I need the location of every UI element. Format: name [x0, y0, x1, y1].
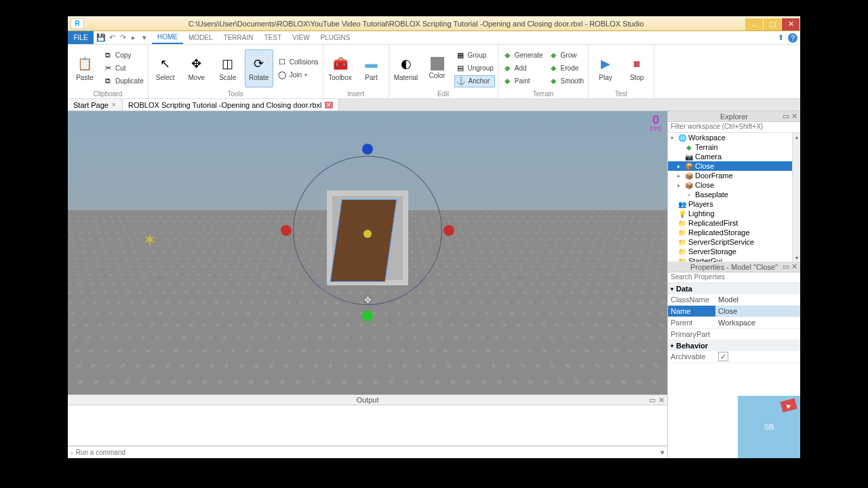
minimize-button[interactable]: –	[745, 18, 763, 30]
cut-button[interactable]: ✂Cut	[102, 62, 145, 75]
rotate-button[interactable]: ⟳Rotate	[245, 49, 273, 87]
scale-button[interactable]: ◫Scale	[214, 49, 242, 87]
category-behavior[interactable]: ▾Behavior	[668, 340, 800, 351]
rotate-gizmo[interactable]	[279, 142, 456, 319]
material-icon: ◐	[397, 55, 415, 73]
tree-item-replicatedstorage[interactable]: 📁ReplicatedStorage	[668, 228, 800, 237]
close-panel-icon[interactable]: ✕	[791, 112, 797, 121]
generate-button[interactable]: ◆Generate	[501, 49, 545, 62]
tab-start-page[interactable]: Start Page✕	[68, 99, 123, 110]
tab-terrain[interactable]: TERRAIN	[218, 31, 259, 44]
close-panel-icon[interactable]: ✕	[658, 396, 665, 405]
3d-viewport[interactable]: ✶ ✥ 0FPS	[68, 111, 667, 394]
material-button[interactable]: ◐Material	[392, 49, 420, 87]
gizmo-handle-x2[interactable]	[443, 225, 454, 236]
gizmo-handle-y[interactable]	[362, 144, 373, 155]
file-menu[interactable]: FILE	[68, 31, 94, 44]
output-panel-header[interactable]: Output▭✕	[68, 394, 667, 405]
qat-more-icon[interactable]: ▾	[140, 33, 149, 43]
tree-item-camera[interactable]: 📷Camera	[668, 152, 800, 161]
paint-button[interactable]: ◆Paint	[501, 75, 545, 87]
prop-parent[interactable]: ParentWorkspace	[668, 317, 800, 329]
scroll-down-icon[interactable]: ▾	[793, 253, 800, 262]
explorer-header[interactable]: Explorer▭✕	[668, 111, 800, 122]
tab-view[interactable]: VIEW	[287, 31, 315, 44]
play-button[interactable]: ▶Play	[591, 49, 620, 87]
smooth-button[interactable]: ◆Smooth	[547, 75, 585, 87]
titlebar[interactable]: R C:\Users\User\Documents\ROBLOX\YouTube…	[68, 16, 800, 31]
join-dropdown[interactable]: ◯Join▾	[276, 68, 320, 81]
tab-model[interactable]: MODEL	[183, 31, 218, 44]
scrollbar[interactable]: ▴▾	[792, 133, 800, 262]
collisions-toggle[interactable]: ☐Collisions	[276, 56, 320, 68]
category-data[interactable]: ▾Data	[668, 283, 800, 294]
dock-icon[interactable]: ▭	[783, 262, 789, 271]
output-panel[interactable]	[68, 405, 667, 446]
select-button[interactable]: ↖Select	[151, 49, 180, 87]
tab-test[interactable]: TEST	[258, 31, 287, 44]
erode-icon: ◆	[549, 64, 558, 73]
copy-button[interactable]: ⧉Copy	[102, 49, 145, 62]
dock-icon[interactable]: ▭	[783, 112, 789, 121]
maximize-button[interactable]: ▢	[764, 18, 781, 30]
tab-home[interactable]: HOME	[152, 31, 183, 44]
paste-button[interactable]: 📋Paste	[71, 49, 99, 87]
explorer-filter-input[interactable]	[668, 122, 800, 131]
dropdown-icon[interactable]: ▾	[660, 448, 665, 457]
tree-item-replicatedfirst[interactable]: 📁ReplicatedFirst	[668, 218, 800, 228]
close-tab-icon[interactable]: ✕	[111, 102, 117, 108]
stop-button[interactable]: ■Stop	[623, 49, 651, 87]
toolbox-button[interactable]: 🧰Toolbox	[326, 49, 355, 87]
color-button[interactable]: Color	[423, 49, 452, 87]
anchor-button[interactable]: ⚓Anchor	[454, 75, 495, 87]
group-button[interactable]: ▦Group	[454, 49, 495, 62]
dock-icon[interactable]: ▭	[649, 396, 656, 405]
command-input[interactable]	[76, 449, 660, 456]
gizmo-handle-x[interactable]	[281, 225, 292, 236]
ungroup-button[interactable]: ▤Ungroup	[454, 62, 495, 75]
erode-button[interactable]: ◆Erode	[547, 62, 585, 75]
close-tab-icon[interactable]: ✕	[325, 102, 333, 108]
tree-item-startergui[interactable]: 📁StarterGui	[668, 256, 800, 262]
tree-item-lighting[interactable]: 💡Lighting	[668, 209, 800, 218]
chevron-down-icon: ▾	[304, 72, 307, 78]
tab-plugins[interactable]: PLUGINS	[315, 31, 356, 44]
tab-current-file[interactable]: ROBLOX Scripting Tutorial -Opening and C…	[123, 99, 339, 110]
prop-primarypart[interactable]: PrimaryPart	[668, 329, 800, 340]
gizmo-handle-y2[interactable]	[362, 310, 373, 321]
close-panel-icon[interactable]: ✕	[791, 262, 797, 271]
play-icon[interactable]: ▸	[129, 33, 138, 43]
grow-button[interactable]: ◆Grow	[547, 49, 585, 62]
properties-search-input[interactable]	[668, 272, 800, 281]
duplicate-button[interactable]: ⧉Duplicate	[102, 75, 145, 87]
checkbox-icon[interactable]: ✓	[718, 352, 728, 361]
upload-icon[interactable]: ⬆	[776, 33, 785, 43]
scroll-up-icon[interactable]: ▴	[793, 133, 800, 141]
tree-item-close2[interactable]: ▸📦Close	[668, 180, 800, 190]
window-title: C:\Users\User\Documents\ROBLOX\YouTube V…	[87, 20, 745, 28]
command-bar[interactable]: ›▾	[68, 446, 667, 458]
tree-item-doorframe[interactable]: ▸📦DoorFrame	[668, 171, 800, 180]
properties-header[interactable]: Properties - Model "Close"▭✕	[668, 262, 800, 272]
prop-name[interactable]: NameClose	[668, 306, 800, 317]
tree-item-baseplate[interactable]: ▫Baseplate	[668, 190, 800, 199]
prop-archivable[interactable]: Archivable✓	[668, 351, 800, 363]
part-button[interactable]: ▬Part	[357, 49, 386, 87]
help-icon[interactable]: ?	[788, 33, 797, 43]
move-button[interactable]: ✥Move	[182, 49, 211, 87]
tree-item-workspace[interactable]: ▾🌐Workspace	[668, 133, 800, 142]
tree-item-serverscriptservice[interactable]: 📁ServerScriptService	[668, 237, 800, 247]
add-terrain-button[interactable]: ◆Add	[501, 62, 545, 75]
tree-item-close-selected[interactable]: ▸📦Close	[668, 161, 800, 171]
tree-item-players[interactable]: 👥Players	[668, 199, 800, 209]
close-button[interactable]: ✕	[782, 18, 800, 30]
tree-item-terrain[interactable]: ◆Terrain	[668, 142, 800, 152]
gizmo-center[interactable]	[363, 230, 372, 238]
redo-icon[interactable]: ↷	[118, 33, 127, 43]
model-icon: 📦	[685, 162, 693, 170]
save-icon[interactable]: 💾	[96, 33, 106, 43]
explorer-tree[interactable]: ▾🌐Workspace ◆Terrain 📷Camera ▸📦Close ▸📦D…	[668, 133, 800, 262]
prop-classname[interactable]: ClassNameModel	[668, 294, 800, 306]
undo-icon[interactable]: ↶	[107, 33, 117, 43]
tree-item-serverstorage[interactable]: 📁ServerStorage	[668, 247, 800, 256]
